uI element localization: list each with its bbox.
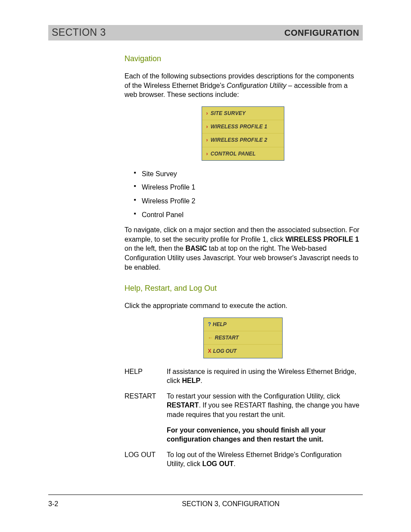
def-desc-help: If assistance is required in using the W… xyxy=(167,367,361,386)
definition-list: HELP If assistance is required in using … xyxy=(125,367,361,469)
section-label-right: CONFIGURATION xyxy=(284,27,359,39)
nav-bullet-list: Site Survey Wireless Profile 1 Wireless … xyxy=(125,169,361,219)
text-bold: BASIC xyxy=(185,245,207,252)
nav-menu-label: WIRELESS PROFILE 1 xyxy=(211,123,268,130)
navigation-instructions: To navigate, click on a major section an… xyxy=(125,225,361,272)
def-term-help: HELP xyxy=(125,367,164,386)
restart-note: For your convenience, you should finish … xyxy=(167,426,361,444)
text-run: To restart your session with the Configu… xyxy=(167,392,340,400)
nav-menu-item: › WIRELESS PROFILE 2 xyxy=(202,134,284,147)
def-desc-restart: To restart your session with the Configu… xyxy=(167,392,361,444)
list-item: Wireless Profile 2 xyxy=(134,196,361,206)
action-label: RESTART xyxy=(215,334,239,341)
close-icon: X xyxy=(208,348,212,355)
text-run: . xyxy=(200,377,202,384)
page: SECTION 3 CONFIGURATION Navigation Each … xyxy=(0,0,411,532)
navigation-intro: Each of the following subsections provid… xyxy=(125,72,361,100)
page-footer: 3-2 SECTION 3, CONFIGURATION xyxy=(48,495,363,509)
nav-menu-box: › SITE SURVEY › WIRELESS PROFILE 1 › WIR… xyxy=(202,106,284,161)
page-number: 3-2 xyxy=(48,499,125,509)
action-menu-figure: ? HELP ← RESTART X LOG OUT xyxy=(125,317,361,358)
hrl-intro: Click the appropriate command to execute… xyxy=(125,301,361,311)
def-term-restart: RESTART xyxy=(125,392,164,444)
chevron-right-icon: › xyxy=(206,123,208,130)
action-label: HELP xyxy=(213,321,227,328)
nav-menu-item: › WIRELESS PROFILE 1 xyxy=(202,120,284,134)
action-menu-box: ? HELP ← RESTART X LOG OUT xyxy=(203,317,283,358)
nav-menu-label: CONTROL PANEL xyxy=(211,150,256,157)
text-emphasis: Configuration Utility xyxy=(227,82,286,89)
footer-row: 3-2 SECTION 3, CONFIGURATION xyxy=(48,499,363,509)
section-header-bar: SECTION 3 CONFIGURATION xyxy=(48,25,363,40)
text-bold: HELP xyxy=(182,377,201,384)
text-run: on the left, then the xyxy=(125,245,185,252)
text-bold: RESTART xyxy=(167,401,199,409)
action-row-help: ? HELP xyxy=(204,318,282,331)
nav-menu-item: › SITE SURVEY xyxy=(202,107,284,120)
question-icon: ? xyxy=(208,321,211,328)
list-item: Wireless Profile 1 xyxy=(134,183,361,192)
footer-rule xyxy=(48,495,363,495)
nav-menu-item: › CONTROL PANEL xyxy=(202,147,284,160)
action-label: LOG OUT xyxy=(213,348,237,355)
text-bold: WIRELESS PROFILE 1 xyxy=(285,236,359,243)
text-run: To log out of the Wireless Ethernet Brid… xyxy=(167,451,342,468)
action-row-logout: X LOG OUT xyxy=(204,345,282,358)
chevron-right-icon: › xyxy=(206,150,208,157)
def-term-logout: LOG OUT xyxy=(125,450,164,469)
footer-center-text: SECTION 3, CONFIGURATION xyxy=(125,499,337,509)
body-content: Navigation Each of the following subsect… xyxy=(125,53,361,469)
text-bold: LOG OUT xyxy=(202,460,234,467)
def-desc-logout: To log out of the Wireless Ethernet Brid… xyxy=(167,450,361,469)
section-label-left: SECTION 3 xyxy=(52,26,106,39)
nav-menu-figure: › SITE SURVEY › WIRELESS PROFILE 1 › WIR… xyxy=(125,106,361,161)
action-row-restart: ← RESTART xyxy=(204,331,282,345)
chevron-right-icon: › xyxy=(206,137,208,143)
list-item: Site Survey xyxy=(134,169,361,179)
nav-menu-label: WIRELESS PROFILE 2 xyxy=(211,137,268,143)
text-bold: For your convenience, you should finish … xyxy=(167,426,326,443)
help-restart-logout-heading: Help, Restart, and Log Out xyxy=(125,283,361,293)
back-arrow-icon: ← xyxy=(208,334,213,341)
nav-menu-label: SITE SURVEY xyxy=(211,110,246,117)
navigation-heading: Navigation xyxy=(125,53,361,64)
text-run: . xyxy=(234,460,235,467)
chevron-right-icon: › xyxy=(206,110,208,117)
list-item: Control Panel xyxy=(134,210,361,220)
